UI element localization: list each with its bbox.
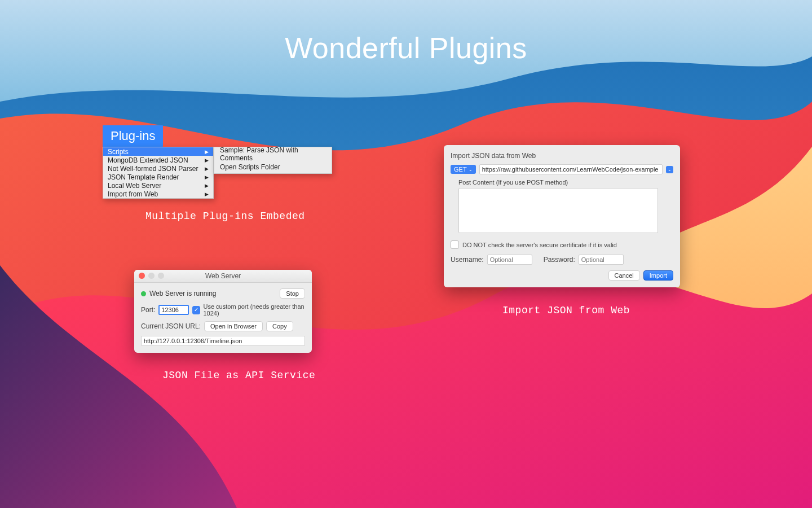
close-icon[interactable] bbox=[139, 273, 145, 279]
custom-port-checkbox[interactable] bbox=[192, 306, 200, 314]
menu-item-mongodb[interactable]: MongoDB Extended JSON ▶ bbox=[103, 156, 213, 164]
url-input[interactable] bbox=[479, 164, 663, 174]
chevron-down-icon: ⌄ bbox=[668, 167, 672, 172]
method-select[interactable]: GET ⌄ bbox=[451, 165, 476, 174]
menu-title[interactable]: Plug-ins bbox=[103, 125, 163, 147]
password-label: Password: bbox=[544, 256, 575, 264]
custom-port-label: Use custom port (needs greater than 1024… bbox=[204, 303, 306, 317]
menu-item-label: MongoDB Extended JSON bbox=[108, 156, 188, 164]
menu-item-label: JSON Template Render bbox=[108, 173, 179, 181]
chevron-right-icon: ▶ bbox=[205, 166, 209, 172]
open-in-browser-button[interactable]: Open in Browser bbox=[204, 321, 263, 331]
password-input[interactable] bbox=[579, 255, 624, 265]
menu-item-templaterender[interactable]: JSON Template Render ▶ bbox=[103, 173, 213, 181]
submenu-item-openfolder[interactable]: Open Scripts Folder bbox=[214, 160, 332, 173]
username-input[interactable] bbox=[487, 255, 532, 265]
menu-list: Scripts ▶ MongoDB Extended JSON ▶ Not We… bbox=[103, 147, 214, 199]
chevron-right-icon: ▶ bbox=[205, 149, 209, 155]
chevron-right-icon: ▶ bbox=[205, 183, 209, 189]
chevron-right-icon: ▶ bbox=[205, 157, 209, 163]
webserver-window: Web Server Web Server is running Stop Po… bbox=[134, 270, 312, 353]
chevron-right-icon: ▶ bbox=[205, 191, 209, 197]
menu-item-label: Import from Web bbox=[108, 190, 158, 198]
url-dropdown[interactable]: ⌄ bbox=[666, 166, 673, 173]
plugins-menu: Plug-ins Scripts ▶ MongoDB Extended JSON… bbox=[103, 125, 332, 199]
port-label: Port: bbox=[141, 306, 155, 314]
status-text: Web Server is running bbox=[149, 290, 276, 297]
wallpaper bbox=[0, 0, 812, 508]
method-value: GET bbox=[454, 166, 467, 173]
skip-cert-label: DO NOT check the server's secure certifi… bbox=[462, 242, 617, 248]
stop-button[interactable]: Stop bbox=[280, 288, 305, 299]
cancel-button[interactable]: Cancel bbox=[608, 270, 640, 281]
importweb-dialog: Import JSON data from Web GET ⌄ ⌄ Post C… bbox=[444, 145, 680, 287]
status-dot-icon bbox=[141, 291, 146, 296]
submenu: Sample: Parse JSON with Comments Open Sc… bbox=[214, 147, 332, 174]
import-button[interactable]: Import bbox=[643, 270, 673, 281]
post-content-label: Post Content (If you use POST method) bbox=[458, 179, 673, 186]
menu-item-label: Not Well-formed JSON Parser bbox=[108, 165, 198, 173]
menu-item-scripts[interactable]: Scripts ▶ bbox=[103, 147, 213, 156]
dialog-header: Import JSON data from Web bbox=[451, 152, 673, 160]
caption-plugins: Multiple Plug-ins Embeded bbox=[145, 211, 305, 222]
skip-cert-checkbox[interactable] bbox=[451, 240, 459, 249]
menu-item-importfromweb[interactable]: Import from Web ▶ bbox=[103, 190, 213, 198]
page-title: Wonderful Plugins bbox=[0, 31, 812, 65]
minimize-icon[interactable] bbox=[148, 273, 155, 279]
url-input[interactable] bbox=[141, 336, 305, 346]
menu-item-label: Scripts bbox=[108, 148, 129, 156]
menu-item-notwellformed[interactable]: Not Well-formed JSON Parser ▶ bbox=[103, 164, 213, 173]
url-label: Current JSON URL: bbox=[141, 322, 201, 330]
copy-button[interactable]: Copy bbox=[266, 321, 293, 331]
menu-item-localwebserver[interactable]: Local Web Server ▶ bbox=[103, 181, 213, 190]
chevron-updown-icon: ⌄ bbox=[469, 167, 473, 172]
port-input[interactable] bbox=[158, 305, 189, 315]
submenu-item-sample[interactable]: Sample: Parse JSON with Comments bbox=[214, 147, 332, 160]
menu-item-label: Local Web Server bbox=[108, 182, 161, 190]
caption-webserver: JSON File as API Service bbox=[162, 370, 315, 381]
zoom-icon[interactable] bbox=[158, 273, 164, 279]
chevron-right-icon: ▶ bbox=[205, 174, 209, 180]
caption-importweb: Import JSON from Web bbox=[502, 305, 630, 316]
titlebar: Web Server bbox=[134, 270, 312, 283]
username-label: Username: bbox=[451, 256, 484, 264]
post-content-textarea[interactable] bbox=[458, 188, 658, 233]
